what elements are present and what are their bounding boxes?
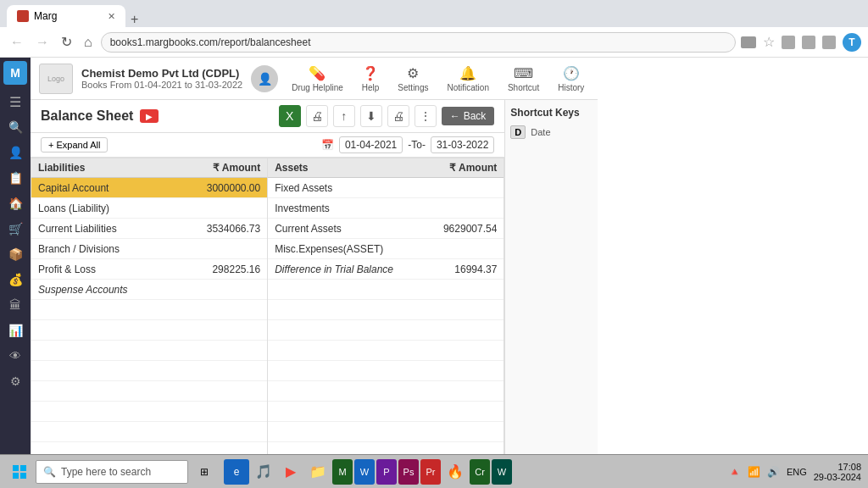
assets-header: Assets ₹ Amount bbox=[268, 158, 504, 178]
liabilities-amount-header: ₹ Amount bbox=[175, 162, 260, 174]
table-row[interactable]: Branch / Divisions bbox=[31, 239, 267, 259]
sidebar-icon-package[interactable]: 📦 bbox=[3, 242, 27, 266]
print-button[interactable]: 🖨 bbox=[306, 105, 328, 127]
taskbar-app-12[interactable]: W bbox=[492, 459, 512, 485]
shortcut-key-d: D bbox=[510, 125, 526, 139]
taskbar-app-8[interactable]: Ps bbox=[398, 459, 419, 485]
url-text: books1.margbooks.com/report/balancesheet bbox=[110, 36, 311, 48]
table-row-empty bbox=[268, 402, 504, 422]
balance-content: Balance Sheet ▶ X 🖨 ↑ ⬇ 🖨 ⋮ ← Back bbox=[31, 100, 504, 459]
taskbar-app-10[interactable]: 🔥 bbox=[442, 459, 468, 485]
table-row-empty bbox=[268, 422, 504, 442]
address-bar[interactable]: books1.margbooks.com/report/balancesheet bbox=[101, 32, 736, 53]
forward-nav-button[interactable]: → bbox=[32, 33, 53, 52]
balance-scroll-area[interactable]: Liabilities ₹ Amount Capital Account 300… bbox=[31, 158, 504, 459]
home-button[interactable]: ⌂ bbox=[81, 33, 96, 52]
taskbar-app-2[interactable]: 🎵 bbox=[251, 459, 276, 485]
svg-rect-0 bbox=[13, 465, 19, 471]
more-button[interactable]: ⋮ bbox=[415, 105, 437, 127]
notification-label: Notification bbox=[447, 83, 488, 92]
settings-icon: ⚙ bbox=[407, 65, 419, 81]
sidebar-icon-search[interactable]: 🔍 bbox=[3, 115, 27, 139]
shortcut-icon: ⌨ bbox=[514, 65, 533, 81]
sidebar-icon-settings[interactable]: ⚙ bbox=[3, 369, 27, 393]
page-actions: X 🖨 ↑ ⬇ 🖨 ⋮ ← Back bbox=[279, 105, 495, 127]
sidebar: M ☰ 🔍 👤 📋 🏠 🛒 📦 💰 🏛 📊 👁 ⚙ bbox=[0, 58, 31, 459]
table-row[interactable]: Profit & Loss 298225.16 bbox=[31, 259, 267, 280]
new-tab-button[interactable]: + bbox=[125, 12, 143, 27]
sidebar-icon-chart[interactable]: 📊 bbox=[3, 319, 27, 342]
table-row[interactable]: Loans (Liability) bbox=[31, 198, 267, 219]
taskbar-app-1[interactable]: e bbox=[224, 459, 249, 485]
youtube-icon[interactable]: ▶ bbox=[140, 109, 159, 123]
date-to-input[interactable]: 31-03-2022 bbox=[431, 136, 494, 153]
back-nav-button[interactable]: ← bbox=[7, 33, 27, 52]
header-action-drug[interactable]: 💊 Drug Helpline bbox=[287, 62, 348, 96]
reload-button[interactable]: ↻ bbox=[58, 32, 75, 52]
row-label: Misc.Expenses(ASSET) bbox=[275, 243, 412, 255]
header-action-help[interactable]: ❓ Help bbox=[357, 62, 385, 96]
table-row[interactable]: Suspense Accounts bbox=[31, 280, 267, 300]
table-row[interactable]: Investments bbox=[268, 198, 504, 219]
table-row-empty bbox=[31, 300, 267, 320]
sidebar-icon-cart[interactable]: 🛒 bbox=[3, 217, 27, 241]
table-row[interactable]: Difference in Trial Balance 16994.37 bbox=[268, 259, 504, 280]
taskbar-volume-icon[interactable]: 🔊 bbox=[767, 466, 780, 478]
taskbar-app-5[interactable]: M bbox=[332, 459, 353, 485]
sidebar-icon-bank[interactable]: 🏛 bbox=[3, 293, 27, 317]
taskbar-app-4[interactable]: 📁 bbox=[305, 459, 331, 485]
drug-icon: 💊 bbox=[309, 65, 326, 81]
header-action-shortcut[interactable]: ⌨ Shortcut bbox=[503, 62, 544, 96]
taskbar-windows-button[interactable] bbox=[7, 459, 32, 485]
header-action-notification[interactable]: 🔔 Notification bbox=[442, 62, 493, 96]
row-label: Branch / Divisions bbox=[38, 243, 175, 255]
taskbar-up-arrow-icon[interactable]: 🔺 bbox=[728, 466, 741, 478]
sidebar-icon-list[interactable]: 📋 bbox=[3, 166, 27, 190]
tab-favicon bbox=[17, 10, 29, 22]
table-row-empty bbox=[31, 381, 267, 402]
logo-text: M bbox=[10, 66, 20, 80]
download-button[interactable]: ⬇ bbox=[360, 105, 382, 127]
sidebar-icon-eye[interactable]: 👁 bbox=[3, 344, 27, 368]
table-row[interactable]: Fixed Assets bbox=[268, 178, 504, 198]
nav-bar: ← → ↻ ⌂ books1.margbooks.com/report/bala… bbox=[0, 27, 868, 58]
table-row[interactable]: Current Assets 9629007.54 bbox=[268, 219, 504, 239]
tab-close-button[interactable]: ✕ bbox=[108, 11, 115, 22]
expand-all-button[interactable]: + Expand All bbox=[41, 137, 108, 152]
profile-icon[interactable]: T bbox=[843, 33, 861, 52]
calendar-icon[interactable]: 📅 bbox=[321, 139, 334, 151]
back-button[interactable]: ← Back bbox=[442, 107, 495, 125]
user-avatar[interactable]: 👤 bbox=[251, 65, 278, 92]
taskbar-app-6[interactable]: W bbox=[354, 459, 375, 485]
taskbar-app-3[interactable]: ▶ bbox=[278, 459, 303, 485]
taskbar-app-7[interactable]: P bbox=[376, 459, 397, 485]
back-arrow-icon: ← bbox=[450, 110, 460, 122]
taskbar-app-9[interactable]: Pr bbox=[420, 459, 441, 485]
tab-bar: Marg ✕ + bbox=[0, 0, 868, 27]
table-row[interactable]: Current Liabilities 3534066.73 bbox=[31, 219, 267, 239]
taskbar-app-11[interactable]: Cr bbox=[470, 459, 490, 485]
header-action-history[interactable]: 🕐 History bbox=[553, 62, 589, 96]
sidebar-icon-home[interactable]: 🏠 bbox=[3, 191, 27, 215]
share-button[interactable]: ↑ bbox=[333, 105, 355, 127]
table-row[interactable]: Misc.Expenses(ASSET) bbox=[268, 239, 504, 259]
header-action-settings[interactable]: ⚙ Settings bbox=[392, 62, 433, 96]
row-label: Suspense Accounts bbox=[38, 284, 175, 296]
hamburger-menu[interactable]: ☰ bbox=[3, 90, 27, 114]
sidebar-icon-user[interactable]: 👤 bbox=[3, 141, 27, 164]
row-label: Current Assets bbox=[275, 223, 412, 235]
taskbar-network-icon: 📶 bbox=[748, 466, 760, 478]
date-from-input[interactable]: 01-04-2021 bbox=[339, 136, 403, 153]
active-tab[interactable]: Marg ✕ bbox=[7, 5, 125, 27]
taskbar-search-box[interactable]: 🔍 Type here to search bbox=[36, 460, 188, 484]
table-row[interactable]: Capital Account 3000000.00 bbox=[31, 178, 267, 198]
sidebar-icon-money[interactable]: 💰 bbox=[3, 268, 27, 291]
taskbar-task-view[interactable]: ⊞ bbox=[192, 459, 217, 485]
notification-icon: 🔔 bbox=[459, 65, 476, 81]
assets-panel: Assets ₹ Amount Fixed Assets Investments bbox=[268, 158, 504, 459]
row-label: Capital Account bbox=[38, 182, 175, 194]
export-excel-button[interactable]: X bbox=[279, 105, 301, 127]
row-label: Profit & Loss bbox=[38, 263, 175, 275]
star-icon[interactable]: ☆ bbox=[763, 34, 775, 50]
print2-button[interactable]: 🖨 bbox=[387, 105, 409, 127]
